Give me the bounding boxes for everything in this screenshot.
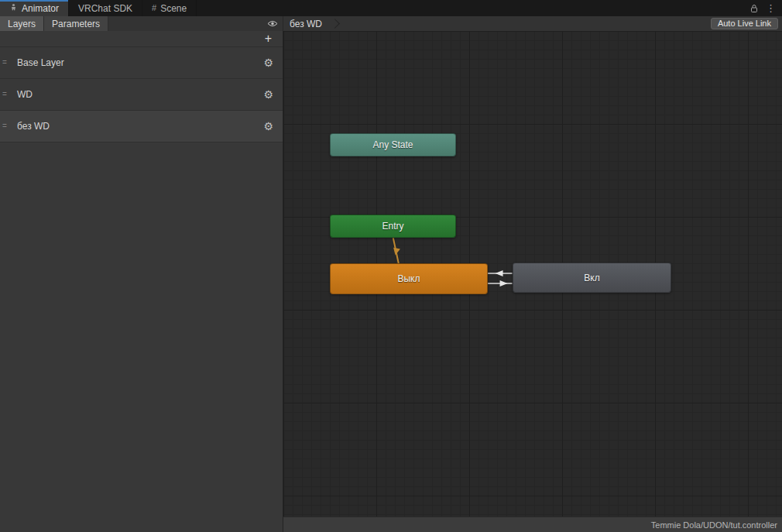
layers-panel: + = Base Layer ⚙ = WD ⚙ = без WD ⚙ xyxy=(0,31,283,532)
window-tab-bar: Animator VRChat SDK # Scene ⋮ xyxy=(0,0,782,16)
tab-vrchat-sdk[interactable]: VRChat SDK xyxy=(69,0,142,16)
tab-scene[interactable]: # Scene xyxy=(142,0,197,16)
grid-icon: # xyxy=(152,4,156,12)
gear-icon[interactable]: ⚙ xyxy=(263,121,273,132)
tab-label: VRChat SDK xyxy=(78,3,132,14)
transition-vkl-to-vykl[interactable] xyxy=(488,270,513,276)
breadcrumb[interactable]: без WD xyxy=(290,19,322,29)
layer-row-base-layer[interactable]: = Base Layer ⚙ xyxy=(0,47,283,79)
tab-label: Animator xyxy=(22,3,59,14)
layer-label: WD xyxy=(17,89,33,100)
animator-toolbar: Layers Parameters без WD Auto Live Link xyxy=(0,16,782,32)
node-vkl[interactable]: Вкл xyxy=(513,263,671,293)
breadcrumb-chevron-icon xyxy=(330,19,340,29)
drag-handle-icon[interactable]: = xyxy=(2,122,7,130)
add-layer-button[interactable]: + xyxy=(263,33,273,45)
controller-status-bar: Temmie Dola/UDON/tut.controller xyxy=(283,517,782,532)
node-entry[interactable]: Entry xyxy=(330,215,456,238)
layer-label: Base Layer xyxy=(17,57,64,68)
eye-icon[interactable] xyxy=(267,16,278,31)
drag-handle-icon[interactable]: = xyxy=(2,91,7,98)
graph-canvas[interactable]: Any State Entry Выкл Вкл Temmie Dola/UDO… xyxy=(283,31,782,532)
animator-icon xyxy=(9,3,18,13)
layer-row-bez-wd[interactable]: = без WD ⚙ xyxy=(0,111,283,142)
kebab-menu-icon[interactable]: ⋮ xyxy=(766,3,776,13)
layers-toggle[interactable]: Layers xyxy=(0,16,44,31)
tab-animator[interactable]: Animator xyxy=(0,0,69,16)
transition-entry-to-vykl[interactable] xyxy=(392,238,400,263)
main-split: + = Base Layer ⚙ = WD ⚙ = без WD ⚙ xyxy=(0,31,782,532)
layer-row-wd[interactable]: = WD ⚙ xyxy=(0,79,283,111)
node-vykl[interactable]: Выкл xyxy=(330,263,488,294)
controller-path: Temmie Dola/UDON/tut.controller xyxy=(651,520,777,530)
tab-label: Scene xyxy=(160,3,187,14)
layers-header-row: + xyxy=(0,31,283,47)
breadcrumb-bar: без WD Auto Live Link xyxy=(283,16,782,31)
gear-icon[interactable]: ⚙ xyxy=(263,57,273,68)
window-controls: ⋮ xyxy=(744,0,782,16)
layer-label: без WD xyxy=(17,121,50,132)
lock-icon[interactable] xyxy=(750,4,758,13)
transition-vykl-to-vkl[interactable] xyxy=(488,280,513,287)
gear-icon[interactable]: ⚙ xyxy=(263,89,273,100)
drag-handle-icon[interactable]: = xyxy=(2,59,7,67)
parameters-toggle[interactable]: Parameters xyxy=(44,16,108,31)
toolbar-left: Layers Parameters xyxy=(0,16,283,31)
auto-live-link-button[interactable]: Auto Live Link xyxy=(711,18,778,29)
node-any-state[interactable]: Any State xyxy=(330,133,456,156)
